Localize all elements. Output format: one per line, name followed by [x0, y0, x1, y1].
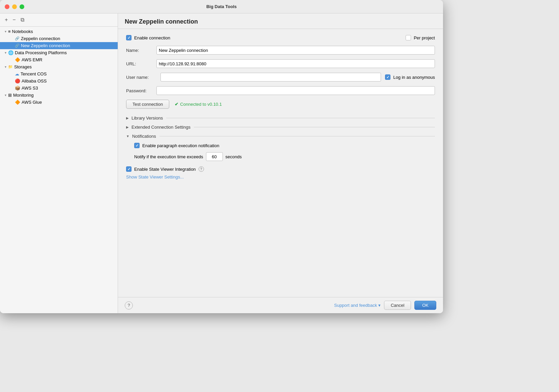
data-processing-icon: 🌐: [8, 50, 13, 55]
extended-settings-arrow: ▶: [126, 125, 129, 129]
notify-time-unit: seconds: [226, 154, 242, 159]
toggle-storages: ▾: [3, 65, 8, 69]
bottom-right: Support and feedback ▾ Cancel OK: [334, 301, 436, 310]
copy-button[interactable]: ⧉: [19, 16, 26, 24]
connected-checkmark: ✔: [175, 102, 178, 107]
title-bar: Big Data Tools: [0, 0, 443, 13]
per-project-checkbox[interactable]: [406, 35, 411, 40]
monitoring-label: Monitoring: [13, 93, 34, 98]
show-state-viewer-link[interactable]: Show State Viewer Settings...: [126, 174, 184, 179]
extended-settings-label: Extended Connection Settings: [131, 125, 190, 130]
maximize-button[interactable]: [20, 4, 24, 9]
test-connection-area: Test connection ✔ Connected to v0.10.1: [126, 100, 435, 109]
sidebar-item-aws-emr[interactable]: 🔶 AWS EMR: [0, 56, 118, 63]
enable-paragraph-row: Enable paragraph execution notification: [134, 143, 435, 148]
detail-header: New Zeppelin connection: [118, 13, 443, 29]
connected-label: Connected to v0.10.1: [180, 102, 222, 107]
notifications-section: ▼ Notifications Enable paragraph executi…: [126, 134, 435, 161]
zeppelin-label: Zeppelin connection: [21, 36, 60, 41]
top-row: Enable connection Per project: [126, 35, 435, 40]
toggle-monitoring: ▾: [3, 93, 8, 97]
url-label: URL:: [126, 61, 156, 66]
sidebar-tree: ▾ ≡ Notebooks 🔗 Zeppelin connection 🔗 Ne…: [0, 27, 118, 313]
notifications-divider: [159, 136, 435, 136]
per-project-label: Per project: [414, 35, 435, 40]
storages-label: Storages: [14, 64, 32, 69]
aws-emr-label: AWS EMR: [22, 57, 42, 62]
toggle-new-zeppelin: [9, 44, 15, 47]
log-anon-label: Log in as anonymous: [393, 75, 435, 80]
glue-label: AWS Glue: [22, 100, 42, 105]
password-row: Password:: [126, 86, 435, 95]
aws-emr-icon: 🔶: [15, 57, 20, 62]
alibaba-label: Alibaba OSS: [22, 78, 47, 84]
notifications-header[interactable]: ▼ Notifications: [126, 134, 435, 139]
toggle-notebooks: ▾: [3, 30, 8, 33]
window-controls: [5, 4, 24, 9]
connected-status: ✔ Connected to v0.10.1: [175, 102, 222, 107]
notify-time-input[interactable]: [206, 152, 223, 161]
extended-settings-section[interactable]: ▶ Extended Connection Settings: [126, 125, 435, 130]
glue-icon: 🔶: [15, 100, 20, 105]
ok-button[interactable]: OK: [414, 301, 436, 310]
library-versions-arrow: ▶: [126, 116, 129, 120]
sidebar-item-tencent-cos[interactable]: ☁ Tencent COS: [0, 70, 118, 77]
notifications-arrow: ▼: [126, 134, 129, 138]
close-button[interactable]: [5, 4, 9, 9]
password-input[interactable]: [156, 86, 435, 95]
window-title: Big Data Tools: [206, 4, 237, 9]
sidebar-item-alibaba-oss[interactable]: 🔴 Alibaba OSS: [0, 77, 118, 85]
state-viewer-checkbox[interactable]: [126, 166, 131, 172]
notebooks-label: Notebooks: [12, 29, 33, 34]
tencent-icon: ☁: [15, 71, 19, 76]
url-input[interactable]: [156, 59, 435, 68]
toggle-glue: [9, 100, 15, 104]
sidebar-item-data-processing[interactable]: ▾ 🌐 Data Processing Platforms: [0, 49, 118, 56]
sidebar-item-notebooks[interactable]: ▾ ≡ Notebooks: [0, 28, 118, 35]
enable-paragraph-label: Enable paragraph execution notification: [142, 143, 219, 148]
support-feedback-label: Support and feedback: [334, 303, 377, 308]
state-viewer-help-icon[interactable]: ?: [199, 166, 204, 172]
enable-connection-row: Enable connection: [126, 35, 170, 40]
per-project-row: Per project: [406, 35, 435, 40]
state-viewer-row: Enable State Viewer Integration ?: [126, 166, 435, 172]
url-row: URL:: [126, 59, 435, 68]
user-name-input[interactable]: [160, 73, 381, 81]
sidebar-item-aws-s3[interactable]: 📦 AWS S3: [0, 85, 118, 92]
sidebar-item-storages[interactable]: ▾ 📁 Storages: [0, 63, 118, 70]
sidebar-item-new-zeppelin-connection[interactable]: 🔗 New Zeppelin connection: [0, 42, 118, 49]
remove-button[interactable]: −: [11, 16, 17, 24]
sidebar-item-zeppelin-connection[interactable]: 🔗 Zeppelin connection: [0, 35, 118, 42]
toggle-aws-emr: [9, 58, 15, 62]
detail-content: Enable connection Per project Name: URL:…: [118, 29, 443, 297]
state-viewer-label: Enable State Viewer Integration: [134, 167, 196, 172]
name-input[interactable]: [156, 46, 435, 55]
s3-icon: 📦: [15, 86, 20, 91]
sidebar-item-monitoring[interactable]: ▾ ⊞ Monitoring: [0, 92, 118, 99]
enable-connection-checkbox[interactable]: [126, 35, 131, 40]
library-versions-label: Library Versions: [131, 116, 163, 121]
add-button[interactable]: +: [3, 16, 9, 24]
notify-time-label: Notify if the execution time exceeds: [134, 154, 203, 159]
log-anon-row: Log in as anonymous: [385, 74, 435, 80]
tencent-label: Tencent COS: [21, 71, 47, 76]
monitoring-icon: ⊞: [8, 93, 12, 98]
enable-connection-label: Enable connection: [134, 35, 170, 40]
help-button[interactable]: ?: [125, 301, 133, 309]
detail-title: New Zeppelin connection: [125, 18, 198, 25]
toggle-data-processing: ▾: [3, 51, 8, 55]
minimize-button[interactable]: [12, 4, 17, 9]
enable-paragraph-checkbox[interactable]: [134, 143, 140, 148]
support-feedback-link[interactable]: Support and feedback ▾: [334, 303, 381, 308]
zeppelin-icon: 🔗: [15, 36, 20, 41]
name-row: Name:: [126, 46, 435, 55]
test-connection-button[interactable]: Test connection: [126, 100, 169, 109]
s3-label: AWS S3: [22, 86, 38, 91]
sidebar-item-aws-glue[interactable]: 🔶 AWS Glue: [0, 99, 118, 106]
cancel-button[interactable]: Cancel: [384, 301, 411, 310]
notifications-label: Notifications: [132, 134, 156, 139]
user-name-label: User name:: [126, 75, 156, 80]
log-anon-checkbox[interactable]: [385, 74, 390, 80]
library-versions-section[interactable]: ▶ Library Versions: [126, 116, 435, 121]
extended-settings-divider: [194, 127, 435, 127]
